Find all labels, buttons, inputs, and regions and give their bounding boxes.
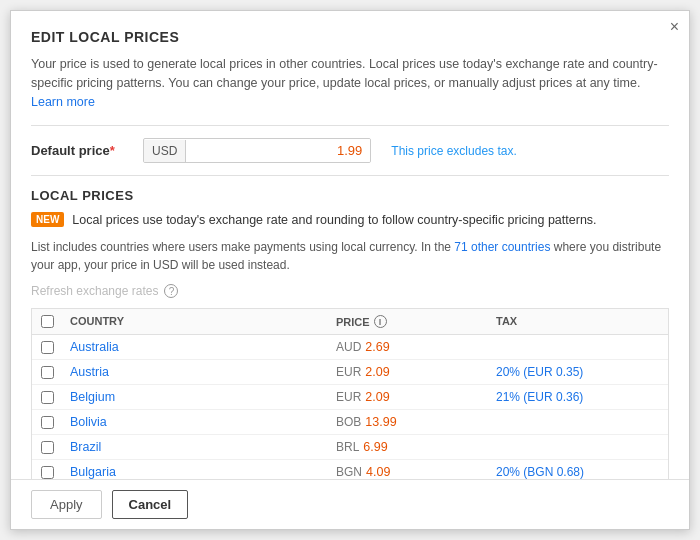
price-amount: 6.99	[363, 440, 387, 454]
new-badge-text: Local prices use today's exchange rate a…	[72, 211, 596, 230]
row-checkbox[interactable]	[41, 341, 54, 354]
price-info-icon[interactable]: i	[374, 315, 387, 328]
currency-badge: BGN	[336, 465, 362, 479]
list-description: List includes countries where users make…	[31, 238, 669, 274]
table-row: Bulgaria BGN 4.09 20% (BGN 0.68)	[32, 460, 668, 479]
country-name: Bulgaria	[62, 465, 328, 479]
other-countries-link[interactable]: 71 other countries	[454, 240, 550, 254]
table-row: Australia AUD 2.69	[32, 335, 668, 360]
price-cell: AUD 2.69	[328, 340, 488, 354]
refresh-row: Refresh exchange rates ?	[31, 284, 669, 298]
price-cell: BRL 6.99	[328, 440, 488, 454]
price-cell: BOB 13.99	[328, 415, 488, 429]
currency-badge: BRL	[336, 440, 359, 454]
intro-text: Your price is used to generate local pri…	[31, 55, 669, 111]
price-cell: EUR 2.09	[328, 365, 488, 379]
price-input-group: USD	[143, 138, 371, 163]
table-row: Bolivia BOB 13.99	[32, 410, 668, 435]
row-checkbox-cell	[32, 466, 62, 479]
country-price-table: COUNTRY PRICE i TAX Australia AUD 2.69	[31, 308, 669, 479]
tax-cell: 20% (EUR 0.35)	[488, 365, 668, 379]
row-checkbox-cell	[32, 416, 62, 429]
cancel-button[interactable]: Cancel	[112, 490, 189, 519]
table-row: Belgium EUR 2.09 21% (EUR 0.36)	[32, 385, 668, 410]
close-button[interactable]: ×	[670, 19, 679, 35]
price-amount: 13.99	[365, 415, 396, 429]
country-name: Australia	[62, 340, 328, 354]
required-star: *	[110, 143, 115, 158]
row-checkbox[interactable]	[41, 466, 54, 479]
default-price-label: Default price*	[31, 143, 131, 158]
country-name: Belgium	[62, 390, 328, 404]
price-amount: 2.09	[365, 365, 389, 379]
price-amount: 2.09	[365, 390, 389, 404]
modal-footer: Apply Cancel	[11, 479, 689, 529]
new-badge-row: NEW Local prices use today's exchange ra…	[31, 211, 669, 230]
default-price-section: Default price* USD This price excludes t…	[31, 125, 669, 175]
row-checkbox-cell	[32, 391, 62, 404]
select-all-checkbox-cell	[32, 315, 62, 328]
modal-body: Your price is used to generate local pri…	[11, 55, 689, 479]
table-row: Austria EUR 2.09 20% (EUR 0.35)	[32, 360, 668, 385]
local-prices-section: LOCAL PRICES NEW Local prices use today'…	[31, 175, 669, 479]
row-checkbox-cell	[32, 366, 62, 379]
modal-header: EDIT LOCAL PRICES	[11, 11, 689, 55]
country-name: Brazil	[62, 440, 328, 454]
price-amount: 4.09	[366, 465, 390, 479]
table-body: Australia AUD 2.69 Austria EUR 2.09 20% …	[32, 335, 668, 479]
select-all-checkbox[interactable]	[41, 315, 54, 328]
currency-badge: BOB	[336, 415, 361, 429]
currency-badge: AUD	[336, 340, 361, 354]
help-icon[interactable]: ?	[164, 284, 178, 298]
country-name: Bolivia	[62, 415, 328, 429]
currency-badge: EUR	[336, 390, 361, 404]
country-name: Austria	[62, 365, 328, 379]
row-checkbox[interactable]	[41, 391, 54, 404]
refresh-label: Refresh exchange rates	[31, 284, 158, 298]
price-cell: EUR 2.09	[328, 390, 488, 404]
price-cell: BGN 4.09	[328, 465, 488, 479]
country-header: COUNTRY	[62, 315, 328, 328]
local-prices-title: LOCAL PRICES	[31, 188, 669, 203]
tax-cell: 21% (EUR 0.36)	[488, 390, 668, 404]
price-note: This price excludes tax.	[391, 144, 516, 158]
edit-local-prices-modal: × EDIT LOCAL PRICES Your price is used t…	[10, 10, 690, 530]
price-header: PRICE i	[328, 315, 488, 328]
row-checkbox[interactable]	[41, 441, 54, 454]
apply-button[interactable]: Apply	[31, 490, 102, 519]
price-amount: 2.69	[365, 340, 389, 354]
new-badge: NEW	[31, 212, 64, 227]
currency-label: USD	[144, 140, 186, 162]
tax-header: TAX	[488, 315, 668, 328]
tax-cell: 20% (BGN 0.68)	[488, 465, 668, 479]
learn-more-link[interactable]: Learn more	[31, 95, 95, 109]
table-row: Brazil BRL 6.99	[32, 435, 668, 460]
currency-badge: EUR	[336, 365, 361, 379]
table-header: COUNTRY PRICE i TAX	[32, 309, 668, 335]
modal-title: EDIT LOCAL PRICES	[31, 29, 179, 45]
row-checkbox[interactable]	[41, 366, 54, 379]
row-checkbox-cell	[32, 441, 62, 454]
default-price-input[interactable]	[186, 139, 370, 162]
row-checkbox-cell	[32, 341, 62, 354]
row-checkbox[interactable]	[41, 416, 54, 429]
